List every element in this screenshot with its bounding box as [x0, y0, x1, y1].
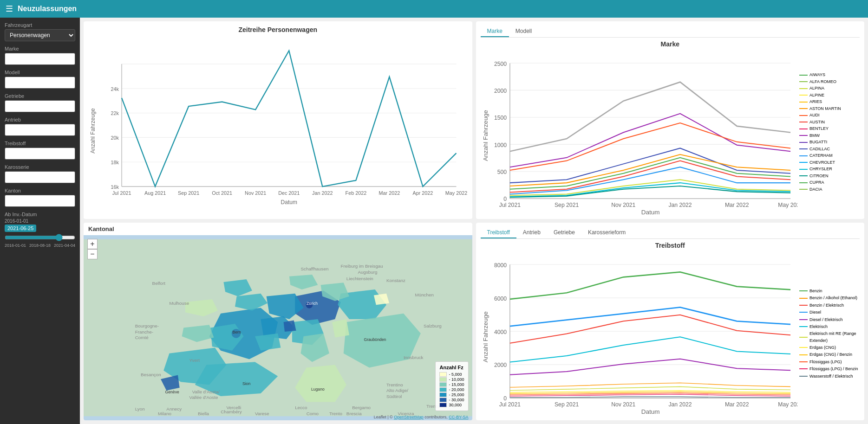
- marke-svg-area: Anzahl Fahrzeuge 0 500 1000 1500 200: [481, 51, 798, 214]
- treibstoff-legend-item: Benzin: [799, 288, 860, 294]
- marke-legend-item: DACIA: [799, 186, 860, 193]
- antrieb-input[interactable]: [5, 124, 75, 136]
- svg-text:Datum: Datum: [281, 199, 297, 206]
- slider-label-mid: 2018-08-18: [29, 243, 51, 248]
- svg-text:Oct 2021: Oct 2021: [212, 190, 232, 196]
- svg-text:May 2022: May 2022: [778, 401, 797, 408]
- getriebe-section: Getriebe: [5, 93, 75, 112]
- app-title: Neuzulassungen: [18, 5, 77, 13]
- osm-link[interactable]: OpenStreetMap: [394, 415, 424, 419]
- tab-karosserieform[interactable]: Karosserieform: [581, 227, 632, 238]
- treibstoff-svg-area: Anzahl Fahrzeuge 0 2000 4000 6000 8000: [481, 252, 798, 416]
- legend-fuel-label: Benzin: [809, 288, 822, 294]
- legend-color-swatch: [799, 95, 808, 96]
- kantonal-panel: Kantonal + −: [84, 223, 472, 420]
- ab-inv-datum-section: Ab Inv.-Datum 2016-01-01 2021-06-25 2016…: [5, 212, 75, 248]
- legend-color-swatch: [799, 361, 808, 362]
- map-container[interactable]: + −: [84, 235, 472, 420]
- svg-text:Datum: Datum: [641, 209, 659, 214]
- svg-text:Sep 2021: Sep 2021: [554, 202, 578, 208]
- svg-text:24k: 24k: [111, 86, 119, 92]
- legend-brand-label: CHRYSLER: [809, 166, 832, 173]
- tab-modell[interactable]: Modell: [509, 26, 538, 37]
- svg-text:May 2022: May 2022: [445, 190, 467, 196]
- svg-text:Nov 2021: Nov 2021: [245, 190, 266, 196]
- svg-text:Biella: Biella: [198, 411, 209, 416]
- legend-brand-label: CUPRA: [809, 180, 824, 186]
- svg-text:Vallée d'Aoste: Vallée d'Aoste: [189, 395, 218, 400]
- tab-treibstoff[interactable]: Treibstoff: [481, 227, 516, 238]
- legend-color-swatch: [799, 148, 808, 149]
- zeitreihe-chart-area: Anzahl Fahrzeuge 16k 18k 20k 22k 24k: [88, 36, 468, 214]
- kanton-label: Kanton: [5, 188, 75, 193]
- svg-text:Como: Como: [307, 411, 319, 416]
- svg-text:Innsbruck: Innsbruck: [404, 355, 424, 360]
- tab-antrieb[interactable]: Antrieb: [516, 227, 547, 238]
- legend-value-label: 30,000: [449, 403, 462, 407]
- slider-label-max: 2021-04-04: [54, 243, 75, 248]
- zoom-out-button[interactable]: −: [87, 249, 98, 259]
- svg-text:8000: 8000: [494, 262, 506, 269]
- legend-brand-label: BMW: [809, 133, 820, 139]
- marke-legend-item: AUSTIN: [799, 119, 860, 126]
- treibstoff-legend-item: Wasserstoff / Elektrisch: [799, 373, 860, 379]
- tab-getriebe[interactable]: Getriebe: [547, 227, 581, 238]
- legend-color-swatch: [799, 88, 808, 89]
- marke-label: Marke: [5, 46, 75, 51]
- treibstoff-legend-item: Benzin / Alkohol (Ethanol): [799, 295, 860, 301]
- treibstoff-legend-item: Benzin / Elektrisch: [799, 302, 860, 308]
- svg-text:Jul 2021: Jul 2021: [499, 202, 520, 208]
- marke-input[interactable]: [5, 53, 75, 65]
- treibstoff-legend-item: Flüssiggas (LPG) / Benzin: [799, 366, 860, 372]
- marke-chart-title: Marke: [481, 40, 860, 48]
- svg-text:München: München: [415, 292, 433, 297]
- marke-legend-item: CHRYSLER: [799, 166, 860, 173]
- content-grid: Zeitreihe Personenwagen Anzahl Fahrzeuge…: [80, 18, 868, 424]
- header: ☰ Neuzulassungen: [0, 0, 868, 18]
- legend-color-box: [439, 398, 447, 402]
- map-legend: Anzahl Fz - 5,000- 10,000- 15,000- 20,00…: [435, 361, 468, 411]
- svg-text:Anzahl Fahrzeuge: Anzahl Fahrzeuge: [90, 108, 96, 154]
- marke-legend-item: BENTLEY: [799, 126, 860, 132]
- legend-color-swatch: [799, 354, 808, 355]
- legend-brand-label: AIWAYS: [809, 72, 825, 78]
- marke-legend-item: CITROEN: [799, 173, 860, 180]
- svg-text:Franche-: Franche-: [135, 329, 153, 334]
- svg-text:2000: 2000: [494, 88, 506, 94]
- treibstoff-tabs: Treibstoff Antrieb Getriebe Karosseriefo…: [481, 227, 860, 239]
- legend-brand-label: CATERHAM: [809, 153, 833, 159]
- modell-input[interactable]: [5, 77, 75, 89]
- hamburger-icon[interactable]: ☰: [6, 4, 13, 14]
- legend-value-label: - 25,000: [449, 392, 464, 397]
- treibstoff-section: Treibstoff: [5, 141, 75, 160]
- zoom-in-button[interactable]: +: [87, 239, 98, 249]
- svg-text:18k: 18k: [111, 160, 119, 165]
- fahrzeugart-select[interactable]: Personenwagen Motorrad Lastwagen: [5, 29, 75, 41]
- legend-color-swatch: [799, 75, 808, 76]
- marke-legend-item: ALPINE: [799, 92, 860, 99]
- antrieb-section: Antrieb: [5, 117, 75, 136]
- treibstoff-input[interactable]: [5, 148, 75, 160]
- getriebe-input[interactable]: [5, 100, 75, 112]
- kanton-input[interactable]: [5, 195, 75, 207]
- svg-text:Brescia: Brescia: [346, 411, 362, 416]
- legend-brand-label: ARIES: [809, 99, 822, 105]
- legend-color-swatch: [799, 81, 808, 82]
- date-slider[interactable]: [5, 234, 75, 241]
- marke-tabs: Marke Modell: [481, 26, 860, 38]
- legend-brand-label: CHEVROLET: [809, 160, 835, 166]
- svg-text:Trento: Trento: [329, 411, 343, 416]
- tab-marke[interactable]: Marke: [481, 26, 509, 37]
- svg-text:Sep 2021: Sep 2021: [554, 401, 578, 408]
- legend-fuel-label: Benzin / Elektrisch: [809, 302, 844, 308]
- marke-legend-item: CADILLAC: [799, 146, 860, 153]
- legend-color-swatch: [799, 102, 808, 103]
- svg-text:Jan 2022: Jan 2022: [668, 202, 692, 208]
- svg-text:Yvert: Yvert: [189, 358, 200, 363]
- svg-text:Milano: Milano: [158, 411, 171, 416]
- legend-color-box: [439, 382, 447, 387]
- svg-text:1500: 1500: [494, 115, 506, 121]
- karosserie-input[interactable]: [5, 171, 75, 183]
- cc-link[interactable]: CC-BY-SA: [449, 415, 468, 419]
- svg-text:Nov 2021: Nov 2021: [611, 401, 635, 408]
